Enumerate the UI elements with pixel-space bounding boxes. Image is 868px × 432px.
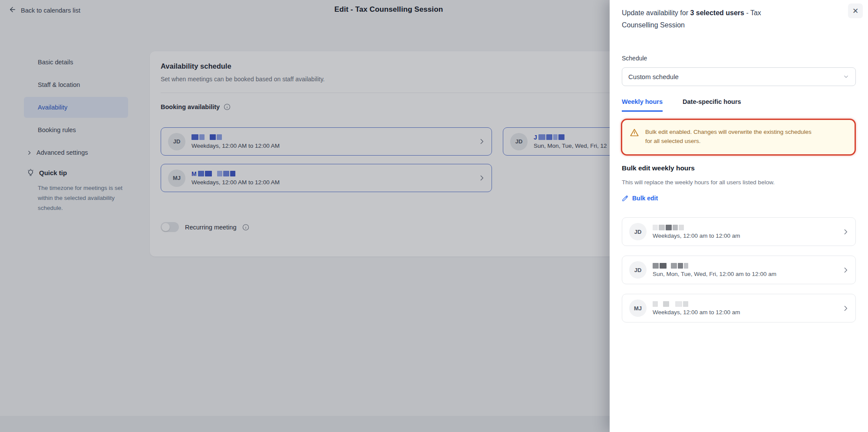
recurring-meeting-toggle[interactable] <box>161 222 179 232</box>
nav-label: Advanced settings <box>36 149 88 156</box>
alert-message: Bulk edit enabled. Changes will overwrit… <box>645 127 819 146</box>
sidebar-item-staff-location[interactable]: Staff & location <box>24 74 128 95</box>
chevron-right-icon <box>478 138 485 145</box>
section-title: Availability schedule <box>161 62 231 70</box>
topbar: Back to calendars list Edit - Tax Counse… <box>0 0 610 20</box>
close-icon: ✕ <box>852 7 858 16</box>
panel-title-prefix: Update availability for <box>622 9 690 17</box>
availability-section-card: Availability schedule Set when meetings … <box>150 51 610 256</box>
lightbulb-icon <box>26 169 35 177</box>
info-icon[interactable] <box>242 224 249 231</box>
redacted-name <box>191 134 280 140</box>
panel-title-count: 3 selected users <box>690 9 744 17</box>
arrow-left-icon <box>9 6 17 15</box>
avatar: MJ <box>168 169 185 187</box>
schedule-field-label: Schedule <box>622 55 647 62</box>
recurring-meeting-label: Recurring meeting <box>185 224 236 231</box>
nav-label: Staff & location <box>38 81 80 88</box>
nav-label: Availability <box>38 104 67 111</box>
tab-weekly-hours[interactable]: Weekly hours <box>622 98 663 112</box>
page-title: Edit - Tax Counselling Session <box>334 5 443 14</box>
sidebar-item-availability[interactable]: Availability <box>24 97 128 118</box>
schedule-summary: Weekdays, 12:00 AM to 12:00 AM <box>191 143 280 149</box>
panel-user-card[interactable]: MJ Weekdays, 12:00 am to 12:00 am <box>622 294 856 322</box>
bulk-edit-title: Bulk edit weekly hours <box>622 164 695 172</box>
schedule-summary: Weekdays, 12:00 am to 12:00 am <box>653 233 740 239</box>
avatar: JD <box>510 133 528 150</box>
panel-title: Update availability for 3 selected users… <box>622 7 795 31</box>
chevron-right-icon <box>842 228 849 236</box>
hours-tabs: Weekly hours Date-specific hours <box>622 98 741 112</box>
app-window: Back to calendars list Edit - Tax Counse… <box>0 0 868 432</box>
redacted-name: J <box>534 134 607 140</box>
quick-tip-title: Quick tip <box>39 169 67 176</box>
redacted-name <box>653 263 776 269</box>
chevron-right-icon <box>842 266 849 274</box>
chevron-down-icon <box>843 73 849 80</box>
booking-availability-label: Booking availability <box>161 103 220 110</box>
sidebar-item-basic-details[interactable]: Basic details <box>24 52 128 73</box>
avatar: JD <box>168 133 185 150</box>
chevron-right-icon <box>26 150 32 156</box>
staff-availability-card[interactable]: JD Weekdays, 12:00 AM to 12:00 AM <box>161 127 492 156</box>
quick-tip-box: Quick tip The timezone for meetings is s… <box>24 169 124 213</box>
section-subtitle: Set when meetings can be booked based on… <box>161 76 325 83</box>
bulk-edit-label: Bulk edit <box>632 195 658 202</box>
staff-availability-card[interactable]: MJ M Weekdays, 12:00 AM to 12:00 AM <box>161 164 492 192</box>
staff-availability-card[interactable]: JD J Sun, Mon, Tue, Wed, Fri, 12 <box>503 127 610 156</box>
back-to-calendars-link[interactable]: Back to calendars list <box>9 6 80 15</box>
avatar: MJ <box>629 299 647 317</box>
nav-label: Basic details <box>38 59 73 66</box>
close-button[interactable]: ✕ <box>848 3 863 18</box>
schedule-select-value: Custom schedule <box>628 73 679 80</box>
back-link-label: Back to calendars list <box>21 7 80 14</box>
panel-user-card[interactable]: JD Sun, Mon, Tue, Wed, Fri, 12:00 am to … <box>622 256 856 284</box>
bulk-edit-subtitle: This will replace the weekly hours for a… <box>622 179 775 186</box>
sidebar-item-booking-rules[interactable]: Booking rules <box>24 120 128 140</box>
schedule-summary: Weekdays, 12:00 AM to 12:00 AM <box>191 179 280 186</box>
info-icon[interactable] <box>224 103 231 110</box>
schedule-summary: Sun, Mon, Tue, Wed, Fri, 12 <box>534 143 607 149</box>
schedule-summary: Sun, Mon, Tue, Wed, Fri, 12:00 am to 12:… <box>653 271 776 277</box>
bulk-edit-warning-alert: Bulk edit enabled. Changes will overwrit… <box>621 119 856 156</box>
pencil-icon <box>622 195 628 202</box>
sidebar-nav: Basic details Staff & location Availabil… <box>24 52 128 163</box>
toggle-knob <box>162 223 170 231</box>
avatar: JD <box>629 261 647 279</box>
tab-date-specific-hours[interactable]: Date-specific hours <box>683 98 741 112</box>
panel-user-card[interactable]: JD Weekdays, 12:00 am to 12:00 am <box>622 217 856 246</box>
bulk-edit-button[interactable]: Bulk edit <box>622 195 658 202</box>
update-availability-panel: Update availability for 3 selected users… <box>610 0 868 432</box>
schedule-select[interactable]: Custom schedule <box>622 67 856 86</box>
redacted-name <box>653 301 740 307</box>
chevron-right-icon <box>478 174 485 182</box>
redacted-name <box>653 224 740 230</box>
main-area: Back to calendars list Edit - Tax Counse… <box>0 0 610 432</box>
quick-tip-body: The timezone for meetings is set within … <box>24 183 125 213</box>
divider <box>161 93 610 93</box>
avatar: JD <box>629 223 647 240</box>
schedule-summary: Weekdays, 12:00 am to 12:00 am <box>653 309 740 316</box>
chevron-right-icon <box>842 305 849 312</box>
nav-label: Booking rules <box>38 126 76 133</box>
redacted-name: M <box>191 171 280 177</box>
footer-strip <box>0 416 610 432</box>
warning-triangle-icon <box>630 128 639 137</box>
sidebar-item-advanced-settings[interactable]: Advanced settings <box>24 142 128 163</box>
